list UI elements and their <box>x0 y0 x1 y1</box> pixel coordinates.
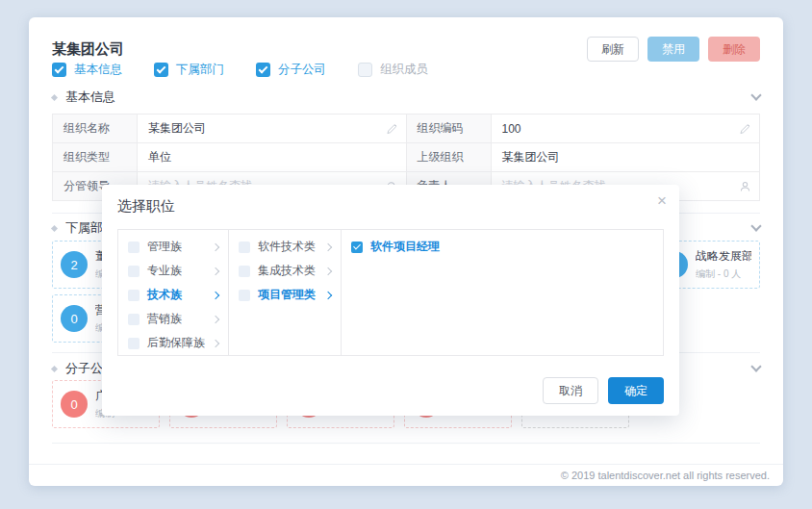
cascader-label: 营销族 <box>147 311 182 327</box>
chevron-right-icon <box>324 267 332 274</box>
checkbox-unchecked-icon[interactable] <box>128 290 140 301</box>
chevron-right-icon <box>212 242 219 250</box>
refresh-button[interactable]: 刷新 <box>587 37 639 62</box>
chevron-right-icon <box>212 315 219 322</box>
filter-basic-info[interactable]: 基本信息 <box>52 62 122 78</box>
dept-count-badge: 0 <box>61 305 88 332</box>
field-value: 单位 <box>148 149 171 165</box>
modal-title: 选择职位 <box>117 197 175 216</box>
page-title: 某集团公司 <box>52 40 124 59</box>
toolbar: 刷新 禁用 删除 <box>587 37 760 62</box>
checkbox-unchecked-icon[interactable] <box>239 266 250 277</box>
field-value: 某集团公司 <box>148 120 206 137</box>
cascader-item[interactable]: 集成技术类 <box>229 259 341 283</box>
cascader-label: 专业族 <box>147 263 182 279</box>
checkbox-unchecked-icon[interactable] <box>239 290 250 301</box>
filter-label: 组织成员 <box>380 62 428 78</box>
dept-count-badge: 2 <box>61 251 88 278</box>
cancel-button[interactable]: 取消 <box>543 377 598 404</box>
checkbox-unchecked-icon[interactable] <box>239 242 250 253</box>
cascader-item-selected[interactable]: 技术族 <box>118 283 228 307</box>
field-org-name[interactable]: 某集团公司 <box>138 115 407 143</box>
section-basic-header: 基本信息 <box>52 89 760 106</box>
edit-icon[interactable] <box>387 123 397 134</box>
cascader-item[interactable]: 后勤保障族 <box>118 331 228 355</box>
field-label: 组织编码 <box>407 115 492 143</box>
cascader-item[interactable]: 软件技术类 <box>229 235 341 259</box>
checkbox-unchecked-icon[interactable] <box>128 266 140 277</box>
copyright-text: © 2019 talentdiscover.net all rights res… <box>561 470 770 481</box>
field-label: 组织类型 <box>53 143 138 172</box>
diamond-bullet-icon <box>51 93 58 100</box>
checkbox-checked-icon[interactable] <box>52 63 66 77</box>
cascader-label: 后勤保障族 <box>147 335 205 351</box>
checkbox-unchecked-icon[interactable] <box>358 63 372 77</box>
field-label: 组织名称 <box>53 115 138 143</box>
cascader-item[interactable]: 专业族 <box>118 259 228 283</box>
cascader-item-selected[interactable]: 项目管理类 <box>229 283 341 307</box>
cascader-column-positions: 软件项目经理 <box>342 230 663 355</box>
filter-departments[interactable]: 下属部门 <box>154 62 224 78</box>
diamond-bullet-icon <box>51 224 58 231</box>
divider <box>52 443 760 444</box>
filter-label: 下属部门 <box>176 62 224 78</box>
chevron-right-icon <box>212 291 219 298</box>
chevron-right-icon <box>212 267 219 274</box>
field-value: 某集团公司 <box>502 149 560 165</box>
close-icon[interactable]: × <box>657 192 667 209</box>
cascader-item[interactable]: 管理族 <box>118 235 228 259</box>
field-value: 100 <box>502 122 521 136</box>
modal-footer: 取消 确定 <box>543 377 664 404</box>
top-bar: 某集团公司 刷新 禁用 删除 <box>52 37 760 62</box>
cascader-label: 项目管理类 <box>258 287 316 303</box>
filter-row: 基本信息 下属部门 分子公司 组织成员 <box>52 60 428 79</box>
checkbox-checked-icon[interactable] <box>256 63 270 77</box>
cascader-label: 技术族 <box>147 287 182 303</box>
card-info: 战略发展部 编制 - 0 人 <box>696 248 751 281</box>
chevron-right-icon <box>212 339 219 346</box>
cascader-item[interactable]: 营销族 <box>118 307 228 331</box>
section-title: 基本信息 <box>65 89 115 106</box>
dept-meta: 编制 - 0 人 <box>696 267 751 281</box>
user-icon[interactable] <box>740 181 750 191</box>
filter-label: 分子公司 <box>278 62 326 78</box>
field-parent-org: 某集团公司 <box>492 143 761 172</box>
app-background: { "colors": { "accent": "#2b9be0", "conf… <box>0 0 812 509</box>
position-cascader: 管理族 专业族 技术族 营销族 后勤保障族 <box>117 229 664 356</box>
checkbox-checked-icon[interactable] <box>154 63 168 77</box>
checkbox-checked-icon[interactable] <box>351 242 363 253</box>
field-label: 上级组织 <box>407 143 492 172</box>
cascader-label: 软件技术类 <box>258 239 316 255</box>
checkbox-unchecked-icon[interactable] <box>128 242 140 253</box>
chevron-down-icon[interactable] <box>750 361 761 371</box>
chevron-down-icon[interactable] <box>750 220 761 231</box>
checkbox-unchecked-icon[interactable] <box>128 338 140 349</box>
cascader-label: 软件项目经理 <box>370 239 440 255</box>
page-footer: © 2019 talentdiscover.net all rights res… <box>29 464 783 486</box>
cascader-column-categories: 软件技术类 集成技术类 项目管理类 <box>229 230 342 355</box>
cascader-label: 集成技术类 <box>258 263 316 279</box>
cascader-label: 管理族 <box>147 239 182 255</box>
dept-name: 战略发展部 <box>696 248 751 265</box>
chevron-down-icon[interactable] <box>750 89 761 100</box>
field-org-code[interactable]: 100 <box>492 115 761 143</box>
chevron-right-icon <box>324 242 332 250</box>
filter-members[interactable]: 组织成员 <box>358 62 428 78</box>
checkbox-unchecked-icon[interactable] <box>128 314 140 325</box>
cascader-column-families: 管理族 专业族 技术族 营销族 后勤保障族 <box>118 230 229 355</box>
chevron-right-icon <box>324 291 332 298</box>
filter-subsidiaries[interactable]: 分子公司 <box>256 62 326 78</box>
select-position-modal: 选择职位 × 管理族 专业族 技术族 营销族 <box>102 185 679 416</box>
subsidiary-count-badge: 0 <box>61 391 88 418</box>
confirm-button[interactable]: 确定 <box>608 377 664 404</box>
diamond-bullet-icon <box>51 365 58 371</box>
cascader-item-checked[interactable]: 软件项目经理 <box>342 235 663 259</box>
filter-label: 基本信息 <box>74 62 122 78</box>
disable-button[interactable]: 禁用 <box>647 37 699 62</box>
delete-button[interactable]: 删除 <box>708 37 760 62</box>
field-org-type: 单位 <box>138 143 407 172</box>
edit-icon[interactable] <box>740 123 750 134</box>
